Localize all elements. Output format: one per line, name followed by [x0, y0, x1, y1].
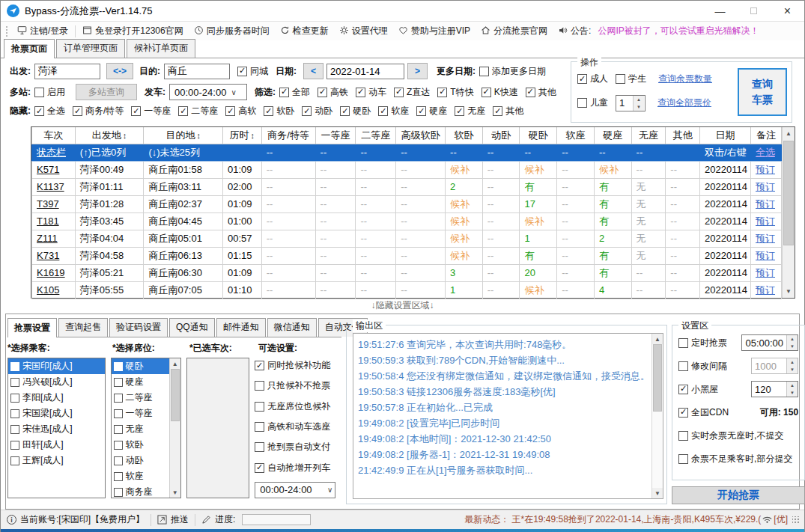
book-link[interactable]: 预订 — [756, 284, 775, 296]
checkbox[interactable] — [356, 88, 365, 97]
passenger-item[interactable]: 宋国印[成人] — [8, 358, 105, 374]
seat-item[interactable]: 硬座 — [112, 374, 169, 390]
checkbox[interactable] — [10, 394, 19, 403]
option-checkbox[interactable]: 抢到票自动支付 — [255, 441, 341, 453]
scroll-thumb[interactable] — [171, 369, 180, 421]
option-checkbox[interactable]: 同时抢候补功能 — [255, 359, 341, 372]
checkbox[interactable] — [114, 425, 123, 434]
column-header-动卧[interactable]: 动卧 — [482, 127, 520, 144]
checkbox[interactable] — [114, 409, 123, 418]
column-header-日期[interactable]: 日期 — [700, 127, 751, 144]
step-up-icon[interactable]: ▲ — [787, 358, 798, 366]
hide-checkbox[interactable]: 无座 — [455, 105, 485, 117]
tab-验证码设置[interactable]: 验证码设置 — [109, 318, 168, 337]
next-date-button[interactable]: > — [407, 63, 428, 79]
step-down-icon[interactable]: ▼ — [634, 103, 644, 111]
start-grab-button[interactable]: 开始抢票 — [672, 486, 805, 504]
checkbox[interactable] — [378, 106, 388, 116]
setting-checkbox[interactable]: 定时抢票 — [678, 337, 727, 349]
toolbar-drag-handle[interactable] — [5, 25, 9, 37]
passenger-item[interactable]: 李阳[成人] — [8, 390, 105, 406]
step-down-icon[interactable]: ▼ — [787, 343, 798, 350]
checkbox[interactable] — [577, 98, 587, 108]
checkbox[interactable] — [437, 88, 447, 97]
toolbar-item-sponsor-vip[interactable]: 赞助与注册VIP — [393, 23, 476, 40]
add-more-dates-checkbox[interactable]: 添加更多日期 — [479, 65, 546, 78]
query-tickets-button[interactable]: 查询 车票 — [738, 68, 787, 116]
adult-checkbox[interactable]: 成人 — [577, 73, 608, 85]
column-header-硬卧[interactable]: 硬卧 — [520, 127, 557, 144]
setting-checkbox[interactable]: 小黑屋 — [678, 383, 718, 396]
column-header-软座[interactable]: 软座 — [557, 127, 595, 144]
checkbox[interactable] — [114, 362, 123, 371]
checkbox[interactable] — [678, 361, 688, 371]
checkbox[interactable] — [416, 106, 426, 116]
step-up-icon[interactable]: ▲ — [787, 382, 798, 389]
checkbox[interactable] — [255, 381, 264, 391]
setting-checkbox[interactable]: 余票不足乘客时,部分提交 — [678, 453, 792, 465]
push-button[interactable]: 推送 — [157, 513, 189, 526]
checkbox[interactable] — [255, 463, 264, 473]
table-row[interactable]: Z111菏泽04:04商丘南05:0100:57--------候补--1--2… — [32, 230, 782, 247]
resize-grip[interactable] — [792, 516, 800, 524]
column-header-软卧[interactable]: 软卧 — [446, 127, 483, 144]
seat-item[interactable]: 软座 — [112, 468, 169, 484]
checkbox[interactable] — [318, 88, 327, 97]
same-city-checkbox[interactable]: 同城 — [237, 65, 268, 78]
toolbar-item-set-proxy[interactable]: 设置代理 — [334, 23, 393, 40]
option-checkbox[interactable]: 自动抢增开列车 — [255, 462, 341, 474]
multi-enable-checkbox[interactable]: 启用 — [34, 86, 65, 99]
passenger-item[interactable]: 宋国梁[成人] — [8, 406, 105, 421]
book-link[interactable]: 预订 — [756, 250, 775, 261]
checkbox[interactable] — [493, 106, 502, 116]
setting-stepper[interactable]: 05:00:00▲▼ — [741, 334, 798, 351]
checkbox[interactable] — [255, 361, 264, 370]
sort-icon[interactable]: ↕ — [196, 131, 201, 140]
minimize-icon[interactable]: — — [703, 1, 737, 21]
train-link[interactable]: T181 — [37, 215, 59, 227]
step-up-icon[interactable]: ▲ — [634, 96, 644, 103]
checkbox[interactable] — [10, 425, 19, 434]
close-icon[interactable]: × — [771, 1, 804, 21]
checkbox[interactable] — [678, 338, 688, 348]
filter-checkbox[interactable]: K快速 — [482, 86, 518, 99]
filter-checkbox[interactable]: 全部 — [279, 86, 310, 99]
tab-QQ通知[interactable]: QQ通知 — [169, 318, 215, 337]
multi-query-button[interactable]: 多站查询 — [76, 84, 137, 100]
prev-date-button[interactable]: < — [303, 63, 323, 79]
setting-checkbox[interactable]: 全国CDN — [678, 406, 729, 419]
column-header-无座[interactable]: 无座 — [631, 127, 666, 144]
book-link[interactable]: 预订 — [756, 164, 775, 175]
tab-抢票页面[interactable]: 抢票页面 — [4, 39, 55, 58]
hide-checkbox[interactable]: 二等座 — [178, 105, 218, 117]
column-header-目的地[interactable]: 目的地↕ — [144, 127, 223, 144]
scroll-down-icon[interactable]: ▼ — [652, 488, 663, 498]
book-link[interactable]: 预订 — [756, 198, 775, 210]
toolbar-item-announcement[interactable]: 公告: — [553, 23, 596, 40]
toolbar-item-check-update[interactable]: 检查更新 — [275, 23, 334, 40]
seat-item[interactable]: 硬卧 — [112, 358, 169, 374]
table-row[interactable]: K571菏泽00:49商丘南01:5801:09--------候补--候补--… — [32, 161, 782, 178]
tab-微信通知[interactable]: 微信通知 — [267, 318, 317, 337]
book-link[interactable]: 预订 — [756, 215, 775, 227]
child-checkbox[interactable]: 儿童 — [577, 97, 608, 109]
checkbox[interactable] — [340, 106, 350, 116]
column-header-商务/特等[interactable]: 商务/特等 — [261, 127, 315, 144]
filter-checkbox[interactable]: 动车 — [356, 86, 386, 99]
scroll-down-icon[interactable]: ▼ — [170, 487, 180, 498]
checkbox[interactable] — [264, 106, 273, 116]
maximize-icon[interactable] — [737, 1, 771, 21]
toolbar-item-official-site[interactable]: 分流抢票官网 — [476, 23, 553, 40]
passenger-listbox[interactable]: 宋国印[成人]冯兴硕[成人]李阳[成人]宋国梁[成人]宋佳迅[成人]田轩[成人]… — [7, 358, 106, 498]
checkbox[interactable] — [255, 402, 264, 412]
filter-checkbox[interactable]: Z直达 — [394, 86, 430, 99]
scroll-thumb[interactable] — [783, 141, 794, 245]
option-checkbox[interactable]: 只抢候补不抢票 — [255, 379, 341, 392]
train-link[interactable]: K105 — [37, 284, 59, 296]
checkbox[interactable] — [114, 488, 123, 497]
checkbox[interactable] — [10, 409, 19, 418]
query-prices-link[interactable]: 查询全部票价 — [657, 97, 711, 109]
table-status-row[interactable]: 状态栏(↑)已选0列(↓)未选25列--------------------双击… — [32, 144, 782, 161]
toolbar-item-open-12306[interactable]: 免登录打开12306官网 — [77, 23, 188, 40]
checkbox[interactable] — [255, 422, 264, 432]
